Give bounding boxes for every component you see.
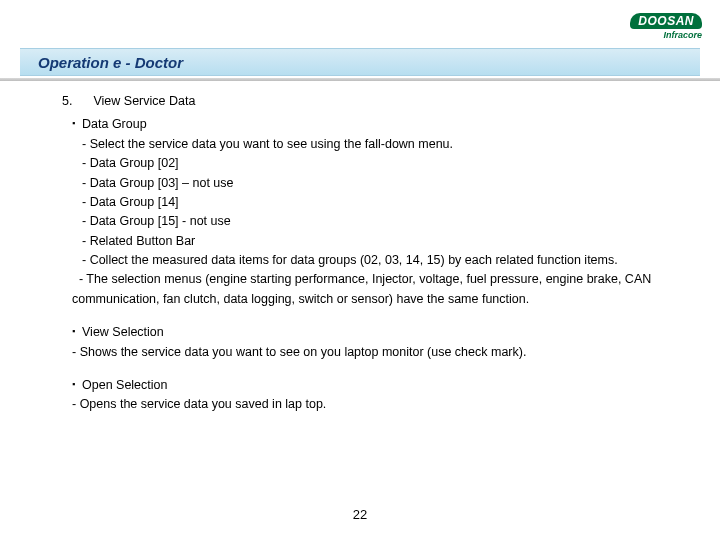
data-group-line: - Data Group [15] - not use xyxy=(72,212,680,231)
view-selection-block: View Selection - Shows the service data … xyxy=(72,323,680,362)
brand-logo: DOOSAN Infracore xyxy=(630,12,702,40)
data-group-line: - Data Group [02] xyxy=(72,154,680,173)
open-selection-heading: Open Selection xyxy=(72,376,680,395)
section-number: 5. xyxy=(62,92,90,111)
section-heading: 5. View Service Data xyxy=(62,92,680,111)
data-group-line: - Data Group [03] – not use xyxy=(72,174,680,193)
page-number: 22 xyxy=(0,507,720,522)
data-group-block: Data Group - Select the service data you… xyxy=(72,115,680,309)
data-group-line: - Collect the measured data items for da… xyxy=(72,251,680,270)
body-content: 5. View Service Data Data Group - Select… xyxy=(62,92,680,415)
title-underline xyxy=(0,78,720,81)
title-bar: Operation e - Doctor xyxy=(20,48,700,76)
title-pre: Operation xyxy=(38,54,113,71)
open-selection-block: Open Selection - Opens the service data … xyxy=(72,376,680,415)
data-group-line: - Data Group [14] xyxy=(72,193,680,212)
data-group-note: - The selection menus (engine starting p… xyxy=(72,270,680,309)
page-title: Operation e - Doctor xyxy=(38,54,183,71)
view-selection-line: - Shows the service data you want to see… xyxy=(72,343,680,362)
open-selection-line: - Opens the service data you saved in la… xyxy=(72,395,680,414)
data-group-line: - Related Button Bar xyxy=(72,232,680,251)
view-selection-heading: View Selection xyxy=(72,323,680,342)
logo-sub: Infracore xyxy=(630,31,702,40)
title-post: - Doctor xyxy=(121,54,183,71)
section-title: View Service Data xyxy=(93,94,195,108)
data-group-line: - Select the service data you want to se… xyxy=(72,135,680,154)
logo-main: DOOSAN xyxy=(630,13,702,29)
data-group-heading: Data Group xyxy=(72,115,680,134)
